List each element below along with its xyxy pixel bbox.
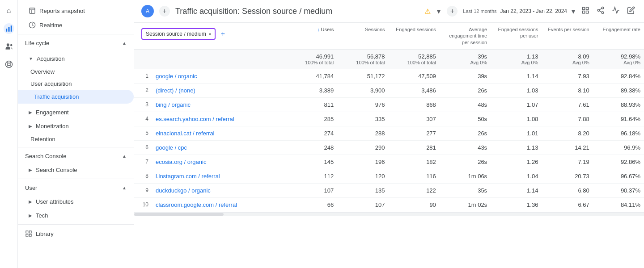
row-engaged-sessions: 47,509 (389, 69, 440, 83)
sessions-col-label: Sessions (365, 26, 385, 33)
row-dimension-label[interactable]: google / organic (152, 69, 286, 83)
analytics-icon[interactable] (4, 23, 14, 34)
advertising-icon[interactable] (4, 59, 14, 70)
row-metrics: 145 196 182 26s 1.26 7.19 92.86% (286, 155, 644, 169)
reports-snapshot-label: Reports snapshot (39, 8, 85, 14)
row-dimension-label[interactable]: ecosia.org / organic (152, 155, 286, 169)
horizontal-scrollbar[interactable] (134, 212, 644, 216)
col-engaged-sessions[interactable]: Engaged sessions (389, 23, 440, 49)
row-dimension-label[interactable]: es.search.yahoo.com / referral (152, 112, 286, 126)
row-engaged-sessions: 868 (389, 98, 440, 112)
totals-metrics: 46,991 100% of total 56,878 100% of tota… (286, 50, 644, 69)
svg-rect-22 (586, 11, 589, 13)
row-dimension-label[interactable]: (direct) / (none) (152, 84, 286, 97)
col-users[interactable]: ↓ Users (286, 23, 337, 49)
engagement-section[interactable]: ▶ Engagement (18, 105, 134, 119)
row-engaged-per-user: 1.14 (491, 184, 542, 197)
row-engagement-rate: 92.84% (593, 69, 644, 83)
realtime-label: Realtime (39, 22, 62, 29)
sidebar-item-reports-snapshot[interactable]: Reports snapshot (18, 4, 134, 18)
row-number: 2 (134, 84, 152, 97)
add-dimension-button[interactable]: + (221, 30, 225, 38)
sort-arrow: ↓ (318, 26, 320, 33)
customize-report-button[interactable] (580, 4, 591, 18)
title-dropdown-button[interactable]: ▾ (436, 6, 441, 17)
sidebar-item-traffic-acquisition[interactable]: Traffic acquisition (18, 90, 134, 104)
people-icon[interactable] (4, 41, 14, 52)
row-engaged-per-user: 1.36 (491, 198, 542, 212)
user-avatar[interactable]: A (141, 5, 154, 17)
home-icon[interactable]: ⌂ (4, 5, 14, 16)
row-events: 8.10 (542, 84, 593, 97)
sidebar-item-realtime[interactable]: Realtime (18, 18, 134, 32)
sidebar-item-retention[interactable]: Retention (18, 133, 134, 145)
add-button[interactable]: + (159, 6, 170, 17)
row-metrics: 248 290 281 43s 1.13 14.21 96.9% (286, 141, 644, 155)
sidebar-item-library[interactable]: Library (18, 226, 134, 241)
row-engaged-sessions: 116 (389, 169, 440, 183)
table-row: 9 duckduckgo / organic 107 135 122 35s 1… (134, 184, 644, 198)
row-dimension-label[interactable]: bing / organic (152, 98, 286, 112)
user-section-header[interactable]: User ▲ (18, 181, 134, 195)
monetization-section[interactable]: ▶ Monetization (18, 119, 134, 133)
table-row: 5 elnacional.cat / referral 274 288 277 … (134, 126, 644, 141)
totals-users: 46,991 100% of total (286, 50, 337, 69)
totals-events: 8.09 Avg 0% (542, 50, 593, 69)
row-metrics: 811 976 868 48s 1.07 7.61 88.93% (286, 98, 644, 112)
lifecycle-chevron: ▲ (122, 41, 127, 46)
row-engaged-per-user: 1.26 (491, 155, 542, 169)
date-range-dropdown-button[interactable]: ▾ (571, 6, 576, 17)
table-row: 8 l.instagram.com / referral 112 120 116… (134, 169, 644, 184)
row-dimension-label[interactable]: elnacional.cat / referral (152, 126, 286, 140)
row-metrics: 41,784 51,172 47,509 39s 1.14 7.93 92.84… (286, 69, 644, 83)
sidebar-item-user-acquisition[interactable]: User acquisition (18, 78, 134, 90)
col-sessions[interactable]: Sessions (337, 23, 388, 49)
edit-button[interactable] (625, 4, 637, 18)
row-dimension-label[interactable]: google / cpc (152, 141, 286, 155)
topbar-actions (580, 4, 637, 18)
sidebar-item-overview[interactable]: Overview (18, 66, 134, 78)
search-console-chevron: ▲ (122, 154, 127, 159)
svg-line-27 (599, 8, 602, 10)
totals-sessions: 56,878 100% of total (337, 50, 388, 69)
insights-button[interactable] (610, 4, 622, 18)
svg-line-8 (10, 65, 11, 67)
row-metrics: 107 135 122 35s 1.14 6.80 90.37% (286, 184, 644, 197)
user-attributes-section[interactable]: ▶ User attributes (18, 195, 134, 209)
row-avg-time: 1m 02s (440, 198, 491, 212)
user-attributes-label: User attributes (36, 198, 74, 205)
row-events: 7.19 (542, 155, 593, 169)
svg-rect-2 (10, 25, 12, 32)
row-engagement-rate: 92.86% (593, 155, 644, 169)
svg-rect-11 (30, 8, 35, 13)
row-events: 6.67 (542, 198, 593, 212)
col-engaged-per-user[interactable]: Engaged sessions per user (491, 23, 542, 49)
svg-line-9 (10, 62, 11, 63)
row-dimension-label[interactable]: classroom.google.com / referral (152, 198, 286, 212)
share-button[interactable] (595, 4, 606, 18)
col-engagement-rate[interactable]: Engagement rate (593, 23, 644, 49)
row-dimension-label[interactable]: duckduckgo / organic (152, 184, 286, 197)
filter-chip[interactable]: Session source / medium ▾ (141, 28, 216, 40)
page-title: Traffic acquisition: Session source / me… (175, 7, 419, 16)
tech-section[interactable]: ▶ Tech (18, 209, 134, 222)
row-users: 811 (286, 98, 337, 112)
col-events[interactable]: Events per session (542, 23, 593, 49)
row-events: 6.80 (542, 184, 593, 197)
acquisition-section[interactable]: ▼ Acquisition (18, 52, 134, 66)
tech-arrow: ▶ (29, 213, 32, 218)
row-dimension-label[interactable]: l.instagram.com / referral (152, 169, 286, 183)
row-events: 14.21 (542, 141, 593, 155)
svg-rect-18 (29, 234, 31, 236)
row-users: 145 (286, 155, 337, 169)
col-avg-engagement[interactable]: Average engagement time per session (440, 23, 491, 49)
svg-point-25 (602, 12, 604, 14)
row-number: 5 (134, 126, 152, 140)
lifecycle-section[interactable]: Life cycle ▲ (18, 36, 134, 50)
search-console-item[interactable]: ▶ Search Console (18, 163, 134, 177)
user-attributes-arrow: ▶ (29, 199, 32, 204)
add-comparison-button[interactable]: + (447, 6, 458, 17)
search-console-section-header[interactable]: Search Console ▲ (18, 149, 134, 163)
row-users: 248 (286, 141, 337, 155)
acquisition-label: Acquisition (37, 55, 65, 62)
